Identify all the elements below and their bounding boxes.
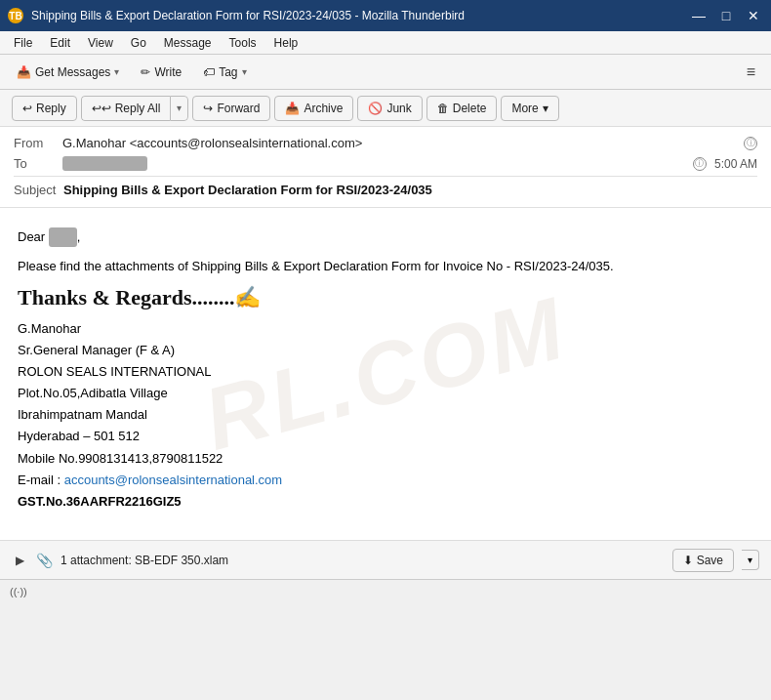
junk-label: Junk [386,102,411,115]
sig-title: Sr.General Manager (F & A) [18,340,753,361]
sig-block: G.Manohar Sr.General Manager (F & A) ROL… [18,318,753,513]
reply-all-button[interactable]: ↩↩ Reply All [81,96,171,121]
from-info-icon[interactable]: ⓘ [744,137,757,150]
reply-icon: ↩ [22,102,32,115]
menu-tools[interactable]: Tools [222,34,264,52]
title-bar: TB Shipping Bills & Export Declaration F… [0,0,771,31]
sig-address2: Ibrahimpatnam Mandal [18,404,753,426]
archive-label: Archive [304,102,343,115]
forward-label: Forward [217,102,260,115]
menu-help[interactable]: Help [266,34,306,52]
menu-go[interactable]: Go [123,34,154,52]
body-paragraph: Please find the attachments of Shipping … [18,257,753,276]
get-messages-label: Get Messages [35,65,110,79]
save-button[interactable]: ⬇ Save [672,549,734,572]
sig-cursive: Thanks & Regards........✍ [18,285,753,310]
to-blurred [62,156,147,171]
save-icon: ⬇ [683,554,693,567]
write-label: Write [154,65,182,79]
from-value: G.Manohar <accounts@rolonsealsinternatio… [62,136,740,150]
sig-address1: Plot.No.05,Adibatla Village [18,383,753,404]
reply-all-group: ↩↩ Reply All ▾ [81,96,189,121]
forward-button[interactable]: ↪ Forward [192,96,270,121]
attachment-bar: ▶ 📎 1 attachment: SB-EDF 350.xlam ⬇ Save… [0,540,771,579]
window-controls: — □ ✕ [689,6,763,25]
minimize-button[interactable]: — [689,6,709,25]
reply-button[interactable]: ↩ Reply [12,96,77,121]
from-row: From G.Manohar <accounts@rolonsealsinter… [14,133,757,153]
status-bar: ((·)) [0,579,771,602]
close-button[interactable]: ✕ [744,6,763,25]
tag-button[interactable]: 🏷 Tag ▾ [194,61,255,84]
tag-icon: 🏷 [203,65,215,79]
save-label: Save [697,554,723,567]
more-button[interactable]: More ▾ [501,96,558,121]
get-messages-chevron[interactable]: ▾ [114,66,119,77]
get-messages-icon: 📥 [17,65,31,79]
action-toolbar: ↩ Reply ↩↩ Reply All ▾ ↪ Forward 📥 Archi… [0,90,771,127]
delete-button[interactable]: 🗑 Delete [426,96,498,121]
app-icon: TB [8,8,23,23]
attachment-expand-button[interactable]: ▶ [12,552,28,569]
get-messages-button[interactable]: 📥 Get Messages ▾ [8,61,128,84]
forward-icon: ↪ [203,102,213,115]
menu-view[interactable]: View [80,34,121,52]
to-value [62,156,689,171]
wifi-icon: ((·)) [10,586,27,597]
sig-mobile: Mobile No.9908131413,8790811522 [18,448,753,470]
subject-value: Shipping Bills & Export Declaration Form… [63,183,432,197]
maximize-button[interactable]: □ [716,6,736,25]
greeting-text: Dear [18,229,45,244]
hamburger-button[interactable]: ≡ [739,60,763,85]
sig-email-row: E-mail : accounts@rolonsealsinternationa… [18,470,753,491]
write-icon: ✏ [141,65,150,79]
greeting: Dear , [18,227,753,247]
reply-all-label: Reply All [115,102,161,115]
write-button[interactable]: ✏ Write [132,61,190,84]
more-chevron: ▾ [543,102,548,115]
email-time: 5:00 AM [714,157,757,171]
more-label: More [511,102,538,115]
menu-message[interactable]: Message [156,34,220,52]
reply-label: Reply [36,102,66,115]
greeting-name [49,227,77,247]
sig-gst: GST.No.36AARFR2216GIZ5 [18,491,753,513]
main-toolbar: 📥 Get Messages ▾ ✏ Write 🏷 Tag ▾ ≡ [0,55,771,90]
email-body: RL.COM Dear , Please find the attachment… [0,208,771,540]
tag-chevron[interactable]: ▾ [242,66,247,77]
delete-icon: 🗑 [437,102,449,115]
attachment-label: 1 attachment: SB-EDF 350.xlam [61,554,665,567]
sig-email-link[interactable]: accounts@rolonsealsinternational.com [64,473,282,487]
paperclip-icon: 📎 [36,553,53,568]
sig-name: G.Manohar [18,318,753,340]
sig-company: ROLON SEALS INTERNATIONAL [18,361,753,383]
email-header: From G.Manohar <accounts@rolonsealsinter… [0,127,771,208]
subject-label: Subject [14,183,56,197]
tag-label: Tag [219,65,237,79]
sig-email-label: E-mail : [18,473,61,487]
to-info-icon[interactable]: ⓘ [693,157,707,171]
junk-icon: 🚫 [368,102,383,115]
archive-icon: 📥 [285,102,300,115]
junk-button[interactable]: 🚫 Junk [357,96,422,121]
window-title: Shipping Bills & Export Declaration Form… [31,9,689,22]
menu-file[interactable]: File [6,34,40,52]
reply-all-split-button[interactable]: ▾ [170,96,188,121]
reply-all-icon: ↩↩ [92,102,111,115]
to-label: To [14,156,62,171]
sig-city: Hyderabad – 501 512 [18,426,753,447]
menu-bar: File Edit View Go Message Tools Help [0,31,771,55]
from-label: From [14,136,62,150]
save-split-button[interactable]: ▾ [742,550,759,570]
archive-button[interactable]: 📥 Archive [274,96,353,121]
menu-edit[interactable]: Edit [42,34,78,52]
delete-label: Delete [453,102,487,115]
to-row: To ⓘ 5:00 AM [14,153,757,174]
subject-row: Subject Shipping Bills & Export Declarat… [14,179,757,201]
